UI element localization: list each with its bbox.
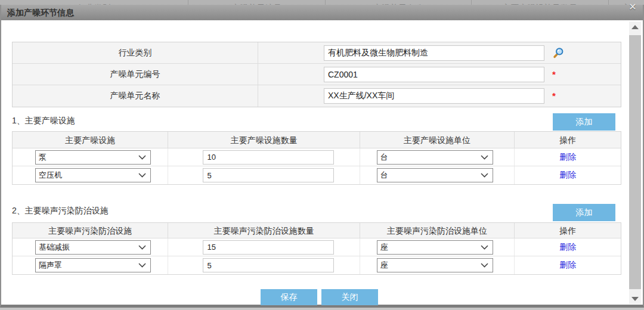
scroll-up-button[interactable] (629, 21, 641, 32)
col-control-count: 主要噪声污染防治设施数量 (168, 223, 360, 238)
control-unit-select[interactable]: 座 (377, 240, 493, 255)
unit-code-input[interactable] (324, 67, 544, 82)
control-facility-select[interactable]: 隔声罩 (35, 258, 151, 272)
vertical-scrollbar[interactable] (629, 21, 641, 304)
industry-label: 行业类别 (13, 42, 258, 63)
chevron-down-icon (481, 263, 488, 268)
unit-name-input[interactable] (324, 88, 544, 104)
control-unit-select[interactable]: 座 (377, 258, 493, 272)
add-noise-link-dialog: 添加产噪环节信息 ✕ 行业类别 产噪单 (0, 5, 644, 308)
form-row-unit-name: 产噪单元名称 * (13, 85, 621, 107)
facility-count-input[interactable] (203, 168, 334, 182)
col-control-unit: 主要噪声污染防治设施单位 (360, 223, 515, 238)
close-button[interactable]: 关闭 (321, 289, 378, 305)
col-action: 操作 (515, 132, 621, 148)
unit-info-form: 行业类别 产噪单元编号 * (12, 42, 621, 107)
search-icon[interactable] (552, 47, 564, 59)
section2-add-button[interactable]: 添加 (553, 204, 615, 221)
section1-add-button[interactable]: 添加 (553, 113, 615, 131)
chevron-down-icon (481, 173, 488, 178)
control-facility-select[interactable]: 基础减振 (35, 240, 151, 255)
required-asterisk: * (552, 93, 556, 99)
facility-table: 主要产噪设施 主要产噪设施数量 主要产噪设施单位 操作 泵 台 (12, 131, 621, 185)
chevron-down-icon (138, 245, 146, 250)
scroll-up-icon (631, 25, 639, 29)
section1-title: 1、主要产噪设施 (12, 116, 75, 126)
col-facility-count: 主要产噪设施数量 (168, 132, 360, 148)
chevron-down-icon (138, 173, 146, 178)
chevron-down-icon (481, 245, 488, 250)
col-control-facility: 主要噪声污染防治设施 (13, 223, 168, 238)
scrollbar-thumb[interactable] (629, 35, 641, 289)
dialog-body: 行业类别 产噪单元编号 * (1, 20, 643, 305)
delete-link[interactable]: 删除 (559, 152, 576, 163)
required-asterisk: * (552, 72, 556, 78)
col-action: 操作 (515, 223, 621, 238)
unit-code-label: 产噪单元编号 (13, 64, 258, 85)
scroll-down-button[interactable] (629, 293, 641, 304)
save-button[interactable]: 保存 (261, 289, 317, 305)
control-count-input[interactable] (203, 258, 334, 272)
unit-name-label: 产噪单元名称 (13, 85, 258, 107)
control-row-2: 隔声罩 座 删除 (13, 256, 621, 274)
control-count-input[interactable] (203, 240, 334, 255)
chevron-down-icon (138, 155, 146, 160)
control-facility-table: 主要噪声污染防治设施 主要噪声污染防治设施数量 主要噪声污染防治设施单位 操作 … (12, 222, 621, 275)
col-facility: 主要产噪设施 (13, 132, 168, 148)
facility-count-input[interactable] (203, 150, 334, 165)
facility-row-1: 泵 台 删除 (13, 148, 621, 166)
chevron-down-icon (138, 263, 146, 268)
facility-unit-select[interactable]: 台 (377, 150, 493, 165)
delete-link[interactable]: 删除 (559, 242, 576, 253)
facility-unit-select[interactable]: 台 (377, 168, 493, 182)
scroll-down-icon (631, 297, 639, 301)
facility-row-2: 空压机 台 删除 (13, 166, 621, 184)
chevron-down-icon (481, 155, 488, 160)
close-icon[interactable]: ✕ (627, 2, 638, 13)
industry-input[interactable] (324, 45, 544, 61)
form-row-unit-code: 产噪单元编号 * (13, 64, 621, 85)
control-row-1: 基础减振 座 删除 (13, 238, 621, 256)
form-row-industry: 行业类别 (13, 42, 621, 64)
facility-select[interactable]: 泵 (35, 150, 151, 165)
dialog-titlebar: 添加产噪环节信息 ✕ (1, 5, 643, 20)
dialog-title: 添加产噪环节信息 (7, 8, 74, 17)
section2-title: 2、主要噪声污染防治设施 (12, 206, 109, 216)
col-facility-unit: 主要产噪设施单位 (360, 132, 515, 148)
delete-link[interactable]: 删除 (559, 260, 576, 271)
delete-link[interactable]: 删除 (559, 170, 576, 181)
facility-select[interactable]: 空压机 (35, 168, 151, 182)
